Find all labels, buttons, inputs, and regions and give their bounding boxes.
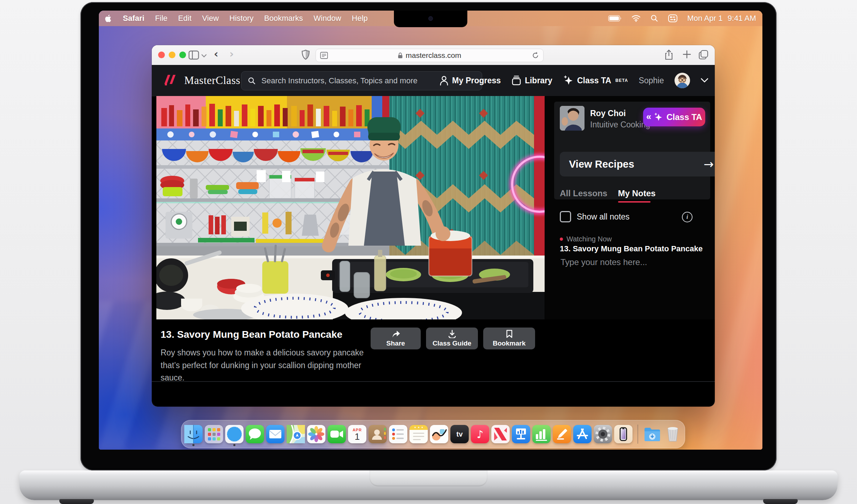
tab-overview-icon[interactable] — [698, 49, 709, 61]
search-icon — [248, 77, 256, 85]
dock-launchpad[interactable] — [205, 425, 223, 443]
music-note-icon: ♪ — [471, 425, 489, 443]
dock-finder[interactable] — [184, 425, 203, 443]
battery-icon[interactable] — [608, 15, 622, 22]
site-header: MasterClass My Progress Library — [152, 65, 715, 96]
display-notch — [394, 11, 467, 27]
user-name[interactable]: Sophie — [639, 76, 664, 85]
current-lesson-title: 13. Savory Mung Bean Potato Pancake — [560, 244, 703, 253]
safari-toolbar: ‹ › masterclass.com — [152, 45, 715, 65]
video-player[interactable] — [156, 96, 545, 319]
account-chevron-down-icon[interactable] — [701, 78, 708, 83]
share-button[interactable]: Share — [371, 328, 421, 349]
nav-my-progress[interactable]: My Progress — [439, 76, 501, 85]
dock-downloads[interactable] — [643, 425, 661, 443]
privacy-shield-icon[interactable] — [301, 49, 310, 61]
masterclass-logo[interactable]: MasterClass — [164, 65, 240, 96]
apple-menu-icon[interactable] — [105, 14, 112, 23]
reader-view-icon[interactable] — [320, 52, 328, 61]
watching-now-label: Watching Now — [567, 235, 612, 243]
dock-settings[interactable] — [594, 425, 612, 443]
dock-reminders[interactable] — [389, 425, 407, 443]
close-window-button[interactable] — [158, 52, 165, 58]
sidebar-toggle-icon[interactable] — [188, 50, 199, 61]
dock-appstore[interactable] — [573, 425, 592, 443]
menu-item-safari[interactable]: Safari — [123, 14, 144, 23]
dock-keynote[interactable] — [512, 425, 530, 443]
person-icon — [439, 76, 449, 85]
view-recipes-button[interactable]: View Recipes → — [560, 152, 715, 176]
back-button[interactable]: ‹ — [214, 49, 218, 59]
share-icon[interactable] — [664, 49, 673, 61]
new-tab-icon[interactable] — [682, 49, 692, 61]
watching-now-dot — [560, 238, 563, 241]
menu-item-window[interactable]: Window — [313, 14, 341, 23]
dock-pages[interactable] — [553, 425, 571, 443]
dock-calendar[interactable]: APR 1 — [348, 425, 366, 443]
user-avatar[interactable] — [675, 73, 690, 88]
nav-library[interactable]: Library — [511, 76, 552, 85]
menu-item-history[interactable]: History — [229, 14, 253, 23]
show-all-notes-checkbox[interactable] — [560, 211, 571, 222]
tab-my-notes[interactable]: My Notes — [618, 188, 656, 198]
arrow-right-icon: → — [704, 157, 714, 171]
tab-all-lessons[interactable]: All Lessons — [560, 188, 607, 198]
dock-messages[interactable] — [246, 425, 264, 443]
menu-bar-date[interactable]: Mon Apr 1 — [687, 14, 723, 23]
dock-mail[interactable] — [266, 425, 284, 443]
class-guide-button[interactable]: Class Guide — [426, 328, 478, 349]
share-arrow-icon — [391, 330, 400, 338]
dock-contacts[interactable] — [368, 425, 387, 443]
dock-safari[interactable] — [225, 425, 244, 443]
active-tab-underline — [618, 201, 651, 203]
instructor-photo — [560, 106, 585, 131]
menu-bar-time[interactable]: 9:41 AM — [727, 14, 756, 23]
safari-window: ‹ › masterclass.com — [152, 45, 715, 407]
dock-trash[interactable] — [664, 425, 682, 443]
nav-class-ta[interactable]: Class TABETA — [563, 75, 628, 86]
library-icon — [511, 76, 521, 85]
show-all-notes-label: Show all notes — [577, 212, 630, 222]
lesson-description: Roy shows you how to make a delicious sa… — [161, 347, 376, 384]
sidebar-chevron-down-icon[interactable] — [201, 53, 207, 59]
minimize-window-button[interactable] — [169, 52, 175, 58]
macbook-base — [19, 470, 838, 500]
dock-appletv[interactable]: tv — [450, 425, 469, 443]
share-button-label: Share — [386, 340, 405, 347]
dock-news[interactable] — [491, 425, 510, 443]
zoom-window-button[interactable] — [179, 52, 186, 58]
dock-photos[interactable] — [307, 425, 325, 443]
tab-my-notes-label: My Notes — [618, 188, 656, 198]
dock-maps[interactable] — [287, 425, 305, 443]
course-title: Intuitive Cooking — [590, 120, 650, 130]
dock-numbers[interactable] — [532, 425, 551, 443]
spotlight-search-icon[interactable] — [651, 14, 658, 22]
content-divider — [152, 381, 715, 382]
notes-input[interactable] — [560, 257, 702, 268]
info-icon[interactable]: i — [682, 212, 693, 222]
sidebar-tabs: All Lessons My Notes — [560, 188, 655, 198]
dock-music[interactable]: ♪ — [471, 425, 489, 443]
control-center-icon[interactable] — [668, 14, 677, 22]
dock-notes[interactable] — [409, 425, 428, 443]
refresh-icon[interactable] — [532, 52, 539, 61]
download-icon — [448, 330, 457, 338]
bookmark-button-label: Bookmark — [493, 340, 526, 347]
menu-item-file[interactable]: File — [155, 14, 167, 23]
forward-button[interactable]: › — [229, 49, 234, 59]
class-guide-button-label: Class Guide — [433, 340, 472, 347]
address-bar[interactable]: masterclass.com — [316, 49, 544, 62]
dock-iphone-mirroring[interactable] — [614, 425, 633, 443]
dock-freeform[interactable] — [430, 425, 448, 443]
menu-item-view[interactable]: View — [202, 14, 219, 23]
running-indicator — [233, 444, 235, 446]
menu-item-help[interactable]: Help — [352, 14, 368, 23]
dock-facetime[interactable] — [328, 425, 346, 443]
wifi-icon[interactable] — [631, 15, 641, 22]
menu-item-bookmarks[interactable]: Bookmarks — [264, 14, 303, 23]
lesson-actions: Share Class Guide Bookmark — [371, 328, 535, 349]
menu-item-edit[interactable]: Edit — [178, 14, 192, 23]
bookmark-button[interactable]: Bookmark — [483, 328, 535, 349]
laptop-foot-left — [59, 499, 94, 504]
class-ta-button[interactable]: « Class TA — [643, 108, 705, 126]
